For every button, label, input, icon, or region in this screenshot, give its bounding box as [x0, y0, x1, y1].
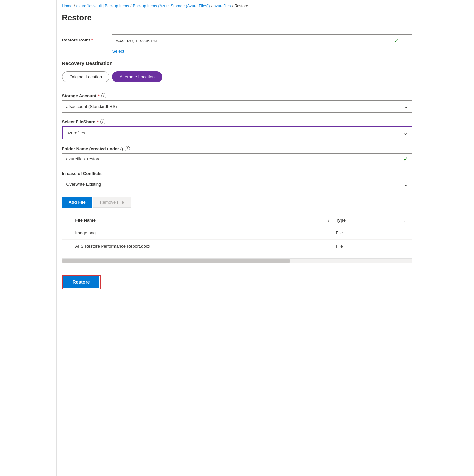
recovery-destination-toggle: Original Location Alternate Location [62, 71, 412, 82]
breadcrumb-azurefiles[interactable]: azurefiles [214, 4, 231, 8]
row1-filename: Image.png [75, 230, 326, 235]
restore-point-label: Restore Point * [62, 34, 105, 42]
conflicts-field: In case of Conflicts Overwrite Existing … [62, 171, 412, 190]
breadcrumb-current: Restore [235, 4, 248, 8]
row1-checkbox-cell [62, 230, 75, 236]
storage-info-icon[interactable]: i [101, 93, 106, 98]
restore-point-value: 5/4/2020, 1:33:06 PM [116, 39, 157, 43]
fileshare-info-icon[interactable]: i [100, 119, 105, 124]
conflicts-label: In case of Conflicts [62, 171, 412, 176]
file-action-buttons: Add File Remove File [62, 197, 412, 208]
breadcrumb-backup-items[interactable]: Backup Items (Azure Storage (Azure Files… [133, 4, 210, 8]
table-header: File Name ↑↓ Type ↑↓ [62, 214, 412, 226]
conflicts-value: Overwrite Existing [66, 182, 101, 187]
restore-point-checkmark: ✓ [394, 37, 399, 44]
restore-point-value-wrap: 5/4/2020, 1:33:06 PM ✓ Select [112, 34, 412, 54]
fileshare-label: Select FileShare * i [62, 119, 412, 124]
header-filename-sort[interactable]: ↑↓ [326, 218, 336, 222]
select-link[interactable]: Select [112, 49, 124, 54]
folder-name-input-wrap: ✓ [62, 153, 412, 164]
table-row: AFS Restore Performance Report.docx File [62, 240, 412, 253]
storage-required-star: * [98, 93, 100, 98]
select-all-checkbox[interactable] [62, 217, 67, 222]
breadcrumb-sep-3: / [211, 4, 212, 8]
storage-account-chevron: ⌄ [404, 103, 408, 110]
fileshare-required-star: * [97, 119, 99, 124]
fileshare-dropdown[interactable]: azurefiles ⌄ [62, 126, 412, 139]
breadcrumb-sep-2: / [130, 4, 131, 8]
toggle-original-location[interactable]: Original Location [62, 71, 110, 82]
horizontal-scrollbar[interactable] [62, 258, 412, 263]
folder-name-input[interactable] [62, 153, 412, 164]
row1-type: File [336, 230, 402, 235]
row1-checkbox[interactable] [62, 230, 67, 235]
fileshare-value: azurefiles [67, 130, 85, 135]
restore-point-section: Restore Point * 5/4/2020, 1:33:06 PM ✓ S… [62, 34, 412, 54]
scrollbar-thumb [62, 259, 290, 263]
header-checkbox-cell [62, 217, 75, 223]
folder-name-label: Folder Name (created under /) i [62, 146, 412, 151]
breadcrumb-sep-4: / [232, 4, 233, 8]
conflicts-chevron: ⌄ [404, 181, 408, 187]
folder-info-icon[interactable]: i [125, 146, 130, 151]
row2-filename: AFS Restore Performance Report.docx [75, 244, 326, 249]
folder-name-field: Folder Name (created under /) i ✓ [62, 146, 412, 164]
breadcrumb-vault[interactable]: azurefilesvault | Backup Items [76, 4, 129, 8]
restore-point-input[interactable]: 5/4/2020, 1:33:06 PM ✓ [112, 34, 412, 47]
header-type-sort[interactable]: ↑↓ [402, 218, 412, 222]
fileshare-chevron: ⌄ [403, 130, 408, 136]
row2-checkbox[interactable] [62, 243, 67, 248]
folder-name-checkmark: ✓ [403, 155, 408, 163]
add-file-button[interactable]: Add File [62, 197, 92, 208]
files-table: File Name ↑↓ Type ↑↓ Image.png File AFS … [62, 214, 412, 253]
restore-button-wrap: Restore [62, 275, 101, 289]
storage-account-field: Storage Account * i afsaccount (Standard… [62, 93, 412, 113]
breadcrumb-home[interactable]: Home [62, 4, 73, 8]
remove-file-button: Remove File [93, 197, 131, 208]
header-filename: File Name [75, 218, 326, 223]
toggle-alternate-location[interactable]: Alternate Location [112, 71, 162, 82]
breadcrumb-sep-1: / [74, 4, 75, 8]
conflicts-dropdown[interactable]: Overwrite Existing ⌄ [62, 178, 412, 190]
page-title: Restore [62, 13, 412, 22]
row2-type: File [336, 244, 402, 249]
restore-button[interactable]: Restore [63, 276, 99, 288]
breadcrumb: Home / azurefilesvault | Backup Items / … [62, 0, 412, 11]
required-star: * [91, 38, 93, 42]
title-divider [62, 26, 412, 26]
row2-checkbox-cell [62, 243, 75, 249]
recovery-destination-title: Recovery Destination [62, 60, 412, 66]
storage-account-dropdown[interactable]: afsaccount (StandardLRS) ⌄ [62, 100, 412, 113]
storage-account-label: Storage Account * i [62, 93, 412, 98]
table-row: Image.png File [62, 226, 412, 240]
header-type: Type [336, 218, 402, 223]
storage-account-value: afsaccount (StandardLRS) [66, 104, 117, 109]
fileshare-field: Select FileShare * i azurefiles ⌄ [62, 119, 412, 139]
